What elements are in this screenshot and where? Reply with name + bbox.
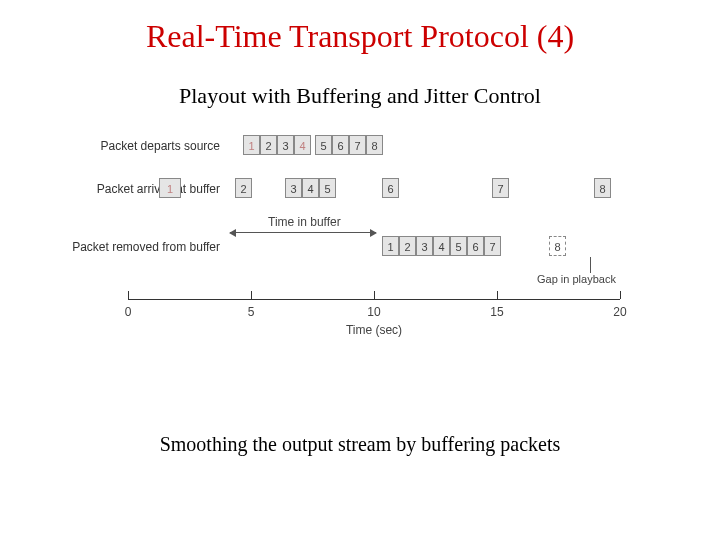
tick-label: 10	[367, 305, 380, 319]
pkt: 2	[235, 178, 252, 198]
pkt: 1	[243, 135, 260, 155]
pkt: 6	[382, 178, 399, 198]
pkt: 2	[260, 135, 277, 155]
tick	[374, 291, 375, 299]
caption: Smoothing the output stream by buffering…	[0, 433, 720, 456]
pkt: 3	[285, 178, 302, 198]
tick	[497, 291, 498, 299]
tick-label: 0	[125, 305, 132, 319]
pkt: 6	[467, 236, 484, 256]
time-in-buffer-label: Time in buffer	[268, 215, 341, 229]
pkt: 1	[159, 178, 181, 198]
pkt: 5	[315, 135, 332, 155]
tick-label: 5	[248, 305, 255, 319]
pkt: 4	[294, 135, 311, 155]
row-label-remove: Packet removed from buffer	[50, 240, 220, 254]
pkt: 8	[594, 178, 611, 198]
pkt: 2	[399, 236, 416, 256]
pkt: 7	[349, 135, 366, 155]
pkt-dashed: 8	[549, 236, 566, 256]
row-label-arrive: Packet arrives at buffer	[50, 182, 220, 196]
pkt: 6	[332, 135, 349, 155]
pkt: 5	[450, 236, 467, 256]
tick	[128, 291, 129, 299]
gap-pointer	[590, 257, 591, 273]
pkt: 5	[319, 178, 336, 198]
pkt: 4	[302, 178, 319, 198]
gap-label: Gap in playback	[537, 273, 616, 285]
pkt: 8	[366, 135, 383, 155]
x-axis-label: Time (sec)	[346, 323, 402, 337]
row-label-depart: Packet departs source	[50, 139, 220, 153]
page-subtitle: Playout with Buffering and Jitter Contro…	[0, 83, 720, 109]
x-axis	[128, 299, 620, 300]
pkt: 7	[492, 178, 509, 198]
pkt: 3	[277, 135, 294, 155]
tick	[620, 291, 621, 299]
tick-label: 15	[490, 305, 503, 319]
pkt: 7	[484, 236, 501, 256]
timing-diagram: Packet departs source 1 2 3 4 5 6 7 8 Pa…	[40, 133, 680, 363]
pkt: 3	[416, 236, 433, 256]
tick-label: 20	[613, 305, 626, 319]
time-in-buffer-arrow	[230, 232, 376, 233]
tick	[251, 291, 252, 299]
pkt: 4	[433, 236, 450, 256]
pkt: 1	[382, 236, 399, 256]
page-title: Real-Time Transport Protocol (4)	[0, 18, 720, 55]
